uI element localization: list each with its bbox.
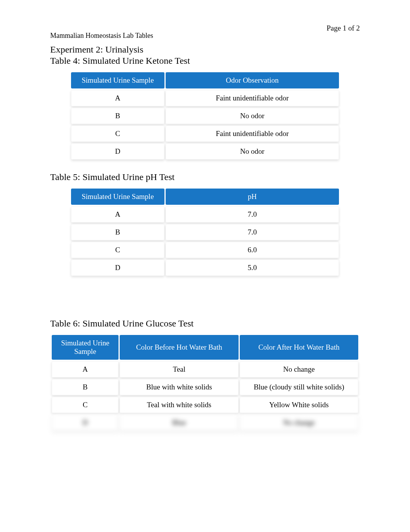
table5-cell-value: 5.0 (166, 260, 339, 276)
table6-cell-sample: A (52, 361, 119, 377)
table6-cell-after: No change (240, 415, 358, 431)
table-row: B No odor (71, 108, 339, 124)
table-row: A Teal No change (52, 361, 358, 377)
table4-cell-value: Faint unidentifiable odor (166, 90, 339, 106)
table4-cell-value: No odor (166, 143, 339, 160)
bottom-fade-overlay (0, 455, 410, 532)
table4-cell-sample: B (71, 108, 164, 124)
table-row: B Blue with white solids Blue (cloudy st… (52, 379, 358, 395)
table5-cell-value: 6.0 (166, 242, 339, 258)
table4-cell-value: No odor (166, 108, 339, 124)
table5: Simulated Urine Sample pH A 7.0 B 7.0 C … (70, 187, 340, 277)
table5-cell-sample: B (71, 224, 164, 240)
table4: Simulated Urine Sample Odor Observation … (70, 71, 340, 161)
table4-cell-value: Faint unidentifiable odor (166, 126, 339, 142)
table5-title: Table 5: Simulated Urine pH Test (50, 172, 360, 182)
table6-cell-before: Blue (120, 415, 238, 431)
table6-header-after: Color After Hot Water Bath (240, 335, 358, 360)
table5-header-sample: Simulated Urine Sample (71, 189, 164, 205)
table6-cell-after: Yellow White solids (240, 397, 358, 413)
table-row: A 7.0 (71, 206, 339, 223)
table4-header-row: Simulated Urine Sample Odor Observation (71, 72, 339, 88)
table5-cell-value: 7.0 (166, 206, 339, 223)
table4-cell-sample: D (71, 143, 164, 160)
table4-header-sample: Simulated Urine Sample (71, 72, 164, 88)
table6-cell-after: No change (240, 361, 358, 377)
table6: Simulated Urine Sample Color Before Hot … (51, 333, 359, 432)
table6-cell-before: Blue with white solids (120, 379, 238, 395)
page-content: Mammalian Homeostasis Lab Tables Experim… (0, 0, 410, 432)
table-row: A Faint unidentifiable odor (71, 90, 339, 106)
table-row: C Teal with white solids Yellow White so… (52, 397, 358, 413)
table6-cell-before: Teal with white solids (120, 397, 238, 413)
table6-cell-before: Teal (120, 361, 238, 377)
table-row: D No odor (71, 143, 339, 160)
page-number: Page 1 of 2 (327, 24, 360, 32)
table5-cell-value: 7.0 (166, 224, 339, 240)
table6-header-before: Color Before Hot Water Bath (120, 335, 238, 360)
experiment-title: Experiment 2: Urinalysis (50, 44, 360, 55)
table5-cell-sample: D (71, 260, 164, 276)
table6-header-sample: Simulated Urine Sample (52, 335, 119, 360)
table4-cell-sample: C (71, 126, 164, 142)
table6-title: Table 6: Simulated Urine Glucose Test (50, 318, 360, 329)
table-row: D Blue No change (52, 415, 358, 431)
table4-title: Table 4: Simulated Urine Ketone Test (50, 56, 360, 66)
table5-header-row: Simulated Urine Sample pH (71, 189, 339, 205)
table5-cell-sample: A (71, 206, 164, 223)
table-row: B 7.0 (71, 224, 339, 240)
table6-header-row: Simulated Urine Sample Color Before Hot … (52, 335, 358, 360)
table6-cell-after: Blue (cloudy still white solids) (240, 379, 358, 395)
table-row: D 5.0 (71, 260, 339, 276)
table4-cell-sample: A (71, 90, 164, 106)
table-row: C Faint unidentifiable odor (71, 126, 339, 142)
table6-cell-sample: C (52, 397, 119, 413)
table5-header-ph: pH (166, 189, 339, 205)
table6-cell-sample: D (52, 415, 119, 431)
table5-cell-sample: C (71, 242, 164, 258)
table4-header-observation: Odor Observation (166, 72, 339, 88)
table-row: C 6.0 (71, 242, 339, 258)
table6-cell-sample: B (52, 379, 119, 395)
document-header: Mammalian Homeostasis Lab Tables (50, 32, 360, 40)
